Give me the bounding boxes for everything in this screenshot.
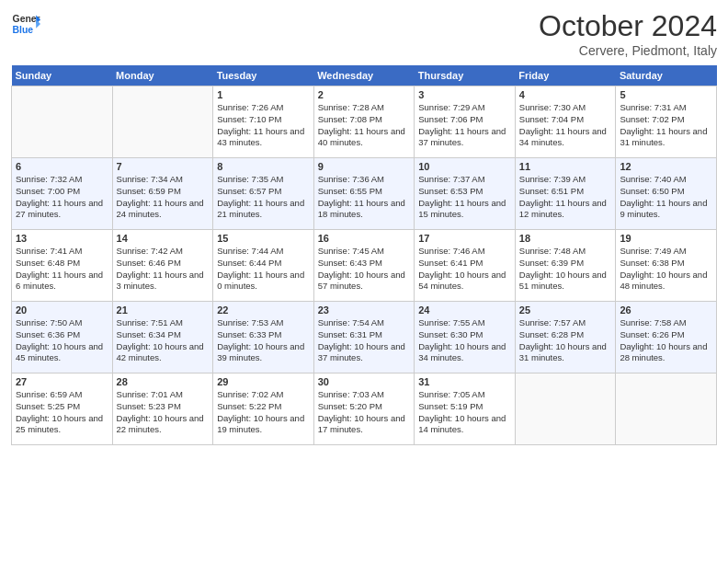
calendar-cell: 3Sunrise: 7:29 AM Sunset: 7:06 PM Daylig… xyxy=(415,86,516,158)
calendar-cell: 18Sunrise: 7:48 AM Sunset: 6:39 PM Dayli… xyxy=(515,230,616,302)
week-row-3: 13Sunrise: 7:41 AM Sunset: 6:48 PM Dayli… xyxy=(12,230,717,302)
day-info: Sunrise: 7:44 AM Sunset: 6:44 PM Dayligh… xyxy=(217,246,310,293)
day-number: 29 xyxy=(217,376,310,387)
week-row-1: 1Sunrise: 7:26 AM Sunset: 7:10 PM Daylig… xyxy=(12,86,717,158)
day-number: 6 xyxy=(16,161,108,172)
calendar-cell: 22Sunrise: 7:53 AM Sunset: 6:33 PM Dayli… xyxy=(213,302,314,373)
day-number: 3 xyxy=(418,89,511,100)
day-info: Sunrise: 7:01 AM Sunset: 5:23 PM Dayligh… xyxy=(117,389,210,436)
day-info: Sunrise: 7:48 AM Sunset: 6:39 PM Dayligh… xyxy=(519,246,612,293)
day-info: Sunrise: 7:32 AM Sunset: 7:00 PM Dayligh… xyxy=(16,174,108,221)
header-wednesday: Wednesday xyxy=(313,65,415,86)
day-info: Sunrise: 7:49 AM Sunset: 6:38 PM Dayligh… xyxy=(620,246,712,293)
week-row-2: 6Sunrise: 7:32 AM Sunset: 7:00 PM Daylig… xyxy=(12,158,717,230)
calendar-cell: 8Sunrise: 7:35 AM Sunset: 6:57 PM Daylig… xyxy=(213,158,314,230)
day-number: 22 xyxy=(217,304,310,316)
day-number: 8 xyxy=(217,161,310,172)
calendar-cell: 6Sunrise: 7:32 AM Sunset: 7:00 PM Daylig… xyxy=(12,158,113,230)
day-number: 16 xyxy=(318,233,411,244)
day-info: Sunrise: 7:31 AM Sunset: 7:02 PM Dayligh… xyxy=(620,102,712,149)
calendar-cell: 14Sunrise: 7:42 AM Sunset: 6:46 PM Dayli… xyxy=(112,230,213,302)
weekday-header-row: Sunday Monday Tuesday Wednesday Thursday… xyxy=(12,65,717,86)
title-block: October 2024 Cervere, Piedmont, Italy xyxy=(539,9,717,58)
calendar-cell: 20Sunrise: 7:50 AM Sunset: 6:36 PM Dayli… xyxy=(12,302,113,373)
day-number: 11 xyxy=(519,161,612,172)
day-info: Sunrise: 7:54 AM Sunset: 6:31 PM Dayligh… xyxy=(318,317,411,364)
calendar-cell xyxy=(616,373,717,445)
day-info: Sunrise: 6:59 AM Sunset: 5:25 PM Dayligh… xyxy=(16,389,108,436)
calendar-cell: 4Sunrise: 7:30 AM Sunset: 7:04 PM Daylig… xyxy=(515,86,616,158)
day-number: 26 xyxy=(620,304,712,316)
location: Cervere, Piedmont, Italy xyxy=(539,43,717,58)
day-number: 17 xyxy=(418,233,511,244)
day-info: Sunrise: 7:41 AM Sunset: 6:48 PM Dayligh… xyxy=(16,246,108,293)
day-info: Sunrise: 7:28 AM Sunset: 7:08 PM Dayligh… xyxy=(318,102,411,149)
week-row-5: 27Sunrise: 6:59 AM Sunset: 5:25 PM Dayli… xyxy=(12,373,717,445)
day-info: Sunrise: 7:02 AM Sunset: 5:22 PM Dayligh… xyxy=(217,389,310,436)
day-number: 9 xyxy=(318,161,411,172)
calendar-cell: 26Sunrise: 7:58 AM Sunset: 6:26 PM Dayli… xyxy=(616,302,717,373)
header-saturday: Saturday xyxy=(616,65,717,86)
calendar-cell: 24Sunrise: 7:55 AM Sunset: 6:30 PM Dayli… xyxy=(415,302,516,373)
calendar-cell: 1Sunrise: 7:26 AM Sunset: 7:10 PM Daylig… xyxy=(213,86,314,158)
day-number: 5 xyxy=(620,89,712,100)
calendar-cell: 11Sunrise: 7:39 AM Sunset: 6:51 PM Dayli… xyxy=(515,158,616,230)
header-friday: Friday xyxy=(515,65,616,86)
calendar-cell: 23Sunrise: 7:54 AM Sunset: 6:31 PM Dayli… xyxy=(313,302,415,373)
week-row-4: 20Sunrise: 7:50 AM Sunset: 6:36 PM Dayli… xyxy=(12,302,717,373)
calendar-cell: 31Sunrise: 7:05 AM Sunset: 5:19 PM Dayli… xyxy=(415,373,516,445)
calendar-cell: 5Sunrise: 7:31 AM Sunset: 7:02 PM Daylig… xyxy=(616,86,717,158)
day-number: 21 xyxy=(117,304,210,316)
header-thursday: Thursday xyxy=(415,65,516,86)
day-info: Sunrise: 7:35 AM Sunset: 6:57 PM Dayligh… xyxy=(217,174,310,221)
calendar-cell: 19Sunrise: 7:49 AM Sunset: 6:38 PM Dayli… xyxy=(616,230,717,302)
day-info: Sunrise: 7:53 AM Sunset: 6:33 PM Dayligh… xyxy=(217,317,310,364)
day-info: Sunrise: 7:03 AM Sunset: 5:20 PM Dayligh… xyxy=(318,389,411,436)
day-info: Sunrise: 7:30 AM Sunset: 7:04 PM Dayligh… xyxy=(519,102,612,149)
calendar-cell: 10Sunrise: 7:37 AM Sunset: 6:53 PM Dayli… xyxy=(415,158,516,230)
day-info: Sunrise: 7:26 AM Sunset: 7:10 PM Dayligh… xyxy=(217,102,310,149)
day-info: Sunrise: 7:42 AM Sunset: 6:46 PM Dayligh… xyxy=(117,246,210,293)
day-number: 25 xyxy=(519,304,612,316)
logo-icon: General Blue xyxy=(11,9,40,39)
day-number: 20 xyxy=(16,304,108,316)
calendar-cell xyxy=(112,86,213,158)
day-number: 10 xyxy=(418,161,511,172)
calendar-cell: 15Sunrise: 7:44 AM Sunset: 6:44 PM Dayli… xyxy=(213,230,314,302)
page-container: General Blue October 2024 Cervere, Piedm… xyxy=(0,0,728,451)
calendar-cell xyxy=(12,86,113,158)
day-number: 19 xyxy=(620,233,712,244)
day-number: 2 xyxy=(318,89,411,100)
day-info: Sunrise: 7:57 AM Sunset: 6:28 PM Dayligh… xyxy=(519,317,612,364)
day-number: 23 xyxy=(318,304,411,316)
day-number: 24 xyxy=(418,304,511,316)
calendar-cell: 12Sunrise: 7:40 AM Sunset: 6:50 PM Dayli… xyxy=(616,158,717,230)
calendar-cell: 27Sunrise: 6:59 AM Sunset: 5:25 PM Dayli… xyxy=(12,373,113,445)
calendar-cell: 21Sunrise: 7:51 AM Sunset: 6:34 PM Dayli… xyxy=(112,302,213,373)
day-info: Sunrise: 7:36 AM Sunset: 6:55 PM Dayligh… xyxy=(318,174,411,221)
day-info: Sunrise: 7:45 AM Sunset: 6:43 PM Dayligh… xyxy=(318,246,411,293)
day-info: Sunrise: 7:05 AM Sunset: 5:19 PM Dayligh… xyxy=(418,389,511,436)
header: General Blue October 2024 Cervere, Piedm… xyxy=(11,9,717,58)
calendar-cell: 16Sunrise: 7:45 AM Sunset: 6:43 PM Dayli… xyxy=(313,230,415,302)
day-info: Sunrise: 7:50 AM Sunset: 6:36 PM Dayligh… xyxy=(16,317,108,364)
day-info: Sunrise: 7:39 AM Sunset: 6:51 PM Dayligh… xyxy=(519,174,612,221)
day-info: Sunrise: 7:40 AM Sunset: 6:50 PM Dayligh… xyxy=(620,174,712,221)
day-number: 30 xyxy=(318,376,411,387)
svg-text:Blue: Blue xyxy=(13,25,34,35)
day-number: 15 xyxy=(217,233,310,244)
day-number: 7 xyxy=(117,161,210,172)
day-number: 14 xyxy=(117,233,210,244)
day-number: 12 xyxy=(620,161,712,172)
month-title: October 2024 xyxy=(539,9,717,43)
day-number: 1 xyxy=(217,89,310,100)
day-info: Sunrise: 7:51 AM Sunset: 6:34 PM Dayligh… xyxy=(117,317,210,364)
calendar-cell: 2Sunrise: 7:28 AM Sunset: 7:08 PM Daylig… xyxy=(313,86,415,158)
day-info: Sunrise: 7:34 AM Sunset: 6:59 PM Dayligh… xyxy=(117,174,210,221)
header-sunday: Sunday xyxy=(12,65,113,86)
header-monday: Monday xyxy=(112,65,213,86)
calendar-cell: 9Sunrise: 7:36 AM Sunset: 6:55 PM Daylig… xyxy=(313,158,415,230)
day-info: Sunrise: 7:37 AM Sunset: 6:53 PM Dayligh… xyxy=(418,174,511,221)
day-info: Sunrise: 7:29 AM Sunset: 7:06 PM Dayligh… xyxy=(418,102,511,149)
calendar-cell: 25Sunrise: 7:57 AM Sunset: 6:28 PM Dayli… xyxy=(515,302,616,373)
